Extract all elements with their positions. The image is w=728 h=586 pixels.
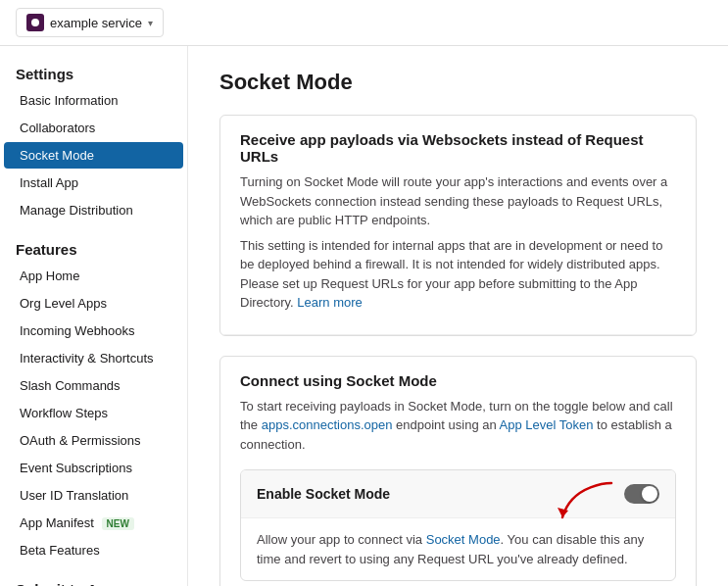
sidebar-item-event-subscriptions[interactable]: Event Subscriptions <box>4 455 183 481</box>
sidebar-item-basic-information[interactable]: Basic Information <box>4 87 183 114</box>
sidebar-item-beta-features[interactable]: Beta Features <box>4 537 183 563</box>
enable-card-body: Allow your app to connect via Socket Mod… <box>241 518 675 580</box>
sidebar: Settings Basic Information Collaborators… <box>0 46 188 586</box>
main-layout: Settings Basic Information Collaborators… <box>0 46 728 586</box>
connect-para: To start receiving payloads in Socket Mo… <box>240 397 676 455</box>
sidebar-item-manage-distribution[interactable]: Manage Distribution <box>4 197 183 223</box>
new-badge: NEW <box>102 517 134 530</box>
features-section-title: Features <box>0 233 187 262</box>
page-title: Socket Mode <box>219 70 697 95</box>
svg-point-0 <box>31 19 39 26</box>
sidebar-item-interactivity[interactable]: Interactivity & Shortcuts <box>4 345 183 371</box>
app-level-token-link[interactable]: App Level Token <box>500 417 594 432</box>
toggle-knob <box>642 486 657 502</box>
enable-card-title: Enable Socket Mode <box>257 486 390 502</box>
sidebar-item-socket-mode[interactable]: Socket Mode <box>4 142 183 169</box>
enable-socket-mode-card: Enable Socket Mode Allow your app to con… <box>240 469 676 581</box>
sidebar-item-slash-commands[interactable]: Slash Commands <box>4 372 183 399</box>
sidebar-item-app-home[interactable]: App Home <box>4 263 183 289</box>
receive-para1: Turning on Socket Mode will route your a… <box>240 172 676 230</box>
sidebar-item-user-id-translation[interactable]: User ID Translation <box>4 482 183 509</box>
sidebar-item-org-level-apps[interactable]: Org Level Apps <box>4 290 183 317</box>
slack-icon <box>29 17 41 28</box>
sidebar-item-incoming-webhooks[interactable]: Incoming Webhooks <box>4 317 183 344</box>
sidebar-item-collaborators[interactable]: Collaborators <box>4 115 183 141</box>
settings-section-title: Settings <box>0 58 187 86</box>
sidebar-item-workflow-steps[interactable]: Workflow Steps <box>4 400 183 426</box>
socket-mode-link[interactable]: Socket Mode <box>426 532 501 547</box>
receive-section-card: Receive app payloads via Websockets inst… <box>219 115 697 336</box>
submit-section-title: Submit to App Directory <box>0 573 187 586</box>
connect-heading: Connect using Socket Mode <box>240 372 676 389</box>
receive-heading: Receive app payloads via Websockets inst… <box>240 131 676 165</box>
apps-connections-link[interactable]: apps.connections.open <box>262 417 393 432</box>
connect-section: Connect using Socket Mode To start recei… <box>220 357 696 587</box>
receive-para2: This setting is intended for internal ap… <box>240 236 676 313</box>
workspace-selector[interactable]: example service ▾ <box>16 8 164 37</box>
sidebar-item-app-manifest[interactable]: App Manifest NEW <box>4 510 183 536</box>
learn-more-link[interactable]: Learn more <box>297 295 362 310</box>
workspace-name: example service <box>50 16 142 30</box>
receive-section-header: Receive app payloads via Websockets inst… <box>220 116 696 335</box>
socket-mode-toggle[interactable] <box>624 484 659 504</box>
main-content: Socket Mode Receive app payloads via Web… <box>188 46 728 586</box>
connect-section-card: Connect using Socket Mode To start recei… <box>219 356 697 587</box>
sidebar-item-install-app[interactable]: Install App <box>4 170 183 196</box>
chevron-down-icon: ▾ <box>148 18 153 28</box>
workspace-icon <box>26 14 44 31</box>
enable-card-header: Enable Socket Mode <box>241 470 675 518</box>
sidebar-item-oauth[interactable]: OAuth & Permissions <box>4 427 183 454</box>
top-bar: example service ▾ <box>0 0 728 46</box>
